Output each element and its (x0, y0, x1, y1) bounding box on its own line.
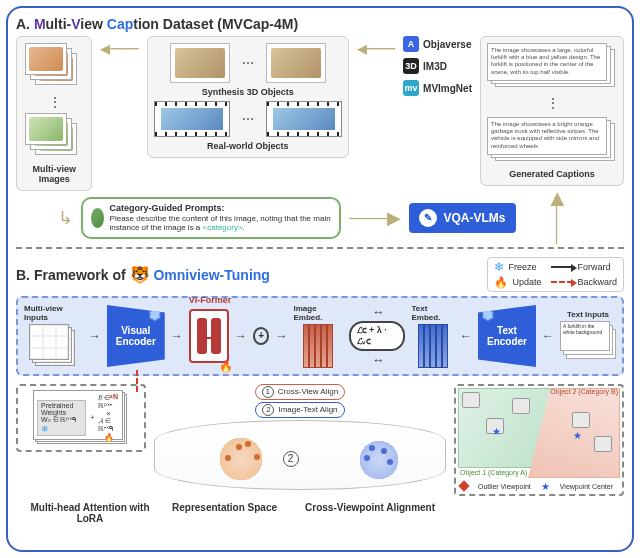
panel-b: B. Framework of 🐯 Omniview-Tuning ❄Freez… (16, 257, 624, 542)
text-encoder-label: Text Encoder (478, 325, 536, 347)
arrow-left-icon: ← (460, 329, 472, 343)
cluster-text (354, 440, 404, 480)
panel-b-prefix: B. Framework of (16, 267, 130, 283)
loss-pill: 𝓛ᴄ + λ · 𝓛ᵥᴄ (349, 321, 406, 351)
cv-caption: Cross-Viewpoint Alignment (285, 502, 455, 524)
star-icon: ★ (541, 481, 550, 492)
object-thumb-icon (170, 43, 230, 83)
text-embed-bars (418, 324, 448, 368)
synth-object-cell (170, 43, 230, 83)
snowflake-icon: ❄ (149, 307, 161, 323)
legend: ❄Freeze Forward 🔥Update Backward (487, 257, 624, 292)
oplus-icon: + (253, 327, 270, 345)
cv-legend: Outlier Viewpoint ★ Viewpoint Center (460, 481, 613, 492)
multiview-images-box: ⋮ Multi-view Images (16, 36, 92, 191)
fire-icon: 🔥 (494, 276, 508, 289)
image-text-align-pill: 2 Image-Text Align (255, 402, 344, 418)
arrow-dashed-icon (551, 281, 573, 283)
multiview-inputs: Multi-view Inputs (24, 304, 83, 368)
cv-obj1-label: Object 1 (Category A) (460, 469, 527, 476)
caption-card: The image showcases a large, colorful fo… (487, 43, 607, 81)
cv-thumb-icon (594, 436, 612, 452)
point-icon (364, 455, 370, 461)
arrow-right-icon: → (89, 329, 101, 343)
representation-space-box: 1 Cross-View Align 2 Image-Text Align (154, 384, 446, 490)
vi-former-block (189, 309, 229, 363)
point-icon (254, 454, 260, 460)
film-strip-icon (154, 101, 230, 137)
text-embed: Text Embed. (411, 304, 454, 368)
ellipsis-icon: ⋮ (546, 95, 558, 111)
title-ulti: ulti- (46, 16, 72, 32)
divider (16, 247, 624, 249)
snowflake-icon: ❄ (41, 424, 49, 434)
arrow-left-icon: ◂── (100, 36, 138, 60)
text-encoder-block: Text Encoder ❄ (478, 305, 536, 367)
badge-2-space-icon: 2 (283, 451, 299, 467)
title-cap: Cap (107, 16, 133, 32)
point-icon (387, 459, 393, 465)
panel-b-header: B. Framework of 🐯 Omniview-Tuning ❄Freez… (16, 257, 624, 292)
arrow-right-icon: → (275, 329, 287, 343)
prompt-text: Category-Guided Prompts: Please describe… (110, 203, 332, 233)
double-arrow-icon: ↔ (373, 353, 382, 367)
framework-pipeline: Multi-view Inputs → Visual Encoder ❄ → V… (16, 296, 624, 376)
image-embed-label: Image Embed. (293, 304, 342, 322)
panel-b-bottom-labels: Multi-head Attention with LoRA Represent… (16, 502, 624, 524)
cv-thumb-icon (462, 392, 480, 408)
vi-bridge-icon (203, 337, 219, 339)
diamond-icon (458, 481, 469, 492)
grid-thumb-icon (29, 324, 69, 360)
captions-box: The image showcases a large, colorful fo… (480, 36, 624, 186)
cv-legend-center: Viewpoint Center (560, 483, 613, 490)
dataset-list: A Objaverse 3D IM3D mv MVImgNet (403, 36, 472, 96)
text-inputs-label: Text Inputs (567, 310, 609, 319)
text-embed-label: Text Embed. (411, 304, 454, 322)
objaverse-label: Objaverse (423, 39, 471, 50)
badge-2-icon: 2 (262, 404, 274, 416)
fire-icon: 🔥 (219, 360, 233, 373)
legend-forward: Forward (551, 262, 617, 272)
multiview-images-label: Multi-view Images (23, 164, 85, 184)
ellipsis-icon: ⋮ (48, 94, 60, 110)
text-inputs: Text Inputs A forklift in the white back… (560, 310, 616, 361)
im3d-label: IM3D (423, 61, 447, 72)
legend-backward-label: Backward (577, 277, 617, 287)
lora-a: 𝓐 ∈ ℝʳˣᑫ (98, 417, 119, 433)
caption-card: The image showcases a bright orange garb… (487, 117, 607, 155)
panel-b-brand: Omniview-Tuning (153, 267, 269, 283)
arrow-left-icon: ◂── (357, 36, 395, 60)
text-card: A forklift in the white background (560, 321, 610, 351)
thumb-stack-truck (25, 43, 83, 91)
cross-view-label: Cross-View Align (278, 387, 338, 396)
title-letter-m: M (34, 16, 46, 32)
mv-input-stack (29, 324, 77, 368)
embedding-space: 2 (154, 420, 446, 490)
mvimgnet-icon: mv (403, 80, 419, 96)
panel-b-title: B. Framework of 🐯 Omniview-Tuning (16, 265, 270, 284)
arrow-solid-icon (551, 266, 573, 268)
caption-text: The image showcases a large, colorful fo… (491, 47, 600, 75)
vqa-label: VQA-VLMs (443, 211, 505, 225)
panel-a: A. Multi-View Caption Dataset (MVCap-4M)… (16, 16, 624, 239)
cv-thumb-icon (512, 398, 530, 414)
thumb-icon (25, 43, 67, 75)
dataset-mvimgnet: mv MVImgNet (403, 80, 472, 96)
panel-a-top-row: ⋮ Multi-view Images ◂── ⋯ (16, 36, 624, 191)
double-arrow-icon: ↔ (373, 305, 382, 319)
lora-w0: W₀ ∈ ℝᵖˣᑫ (41, 416, 77, 423)
thumb-stack-plant (25, 113, 83, 161)
im3d-icon: 3D (403, 58, 419, 74)
lora-caption: Multi-head Attention with LoRA (16, 502, 164, 524)
object-thumb-icon (266, 43, 326, 83)
embed-bar-icon (442, 324, 448, 368)
lora-box: ×N Pretrained Weights W₀ ∈ ℝᵖˣᑫ ❄ + 𝓑 ∈ … (16, 384, 146, 452)
mv-inputs-label: Multi-view Inputs (24, 304, 83, 322)
cross-view-align-pill: 1 Cross-View Align (255, 384, 345, 400)
snowflake-icon: ❄ (482, 307, 494, 323)
legend-update-label: Update (512, 277, 541, 287)
panel-b-bottom-row: ×N Pretrained Weights W₀ ∈ ℝᵖˣᑫ ❄ + 𝓑 ∈ … (16, 384, 624, 496)
fire-icon: 🔥 (104, 433, 114, 442)
category-prompt-box: Category-Guided Prompts: Please describe… (81, 197, 341, 239)
panel-a-title: A. Multi-View Caption Dataset (MVCap-4M) (16, 16, 624, 32)
